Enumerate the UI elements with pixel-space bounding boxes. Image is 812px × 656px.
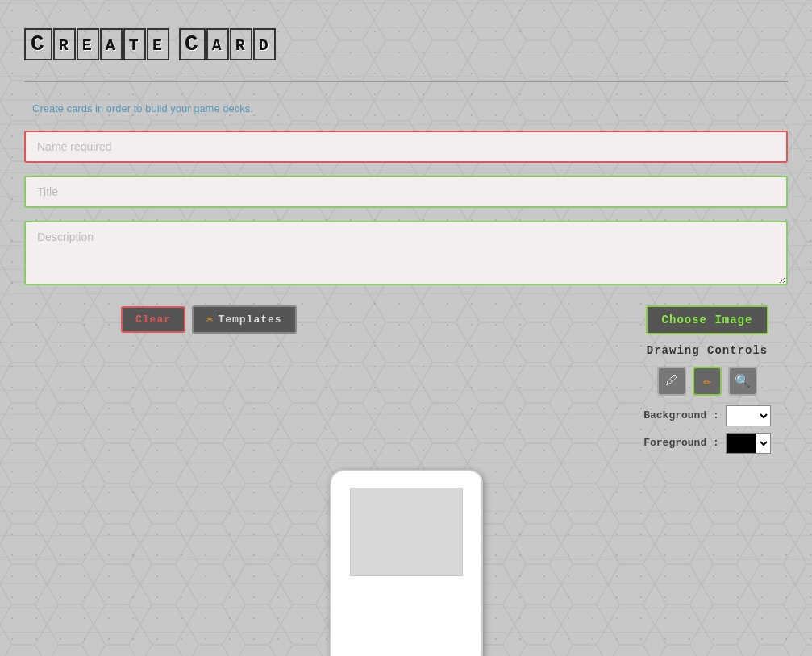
background-label: Background : [643,409,719,421]
zoom-icon: 🔍 [735,373,751,389]
form-section: Create cards in order to build your game… [24,102,788,656]
clear-button[interactable]: Clear [121,306,185,333]
foreground-color-select[interactable]: Black White [756,434,770,453]
pencil-icon: ✏ [703,373,711,389]
scissors-icon: ✂ [206,313,214,326]
background-color-select[interactable]: White Black [756,406,770,426]
templates-button[interactable]: ✂ Templates [192,305,297,334]
card-image-placeholder [350,488,463,576]
drawing-tools: 🖊 ✏ 🔍 [657,367,757,396]
card-area: Cancel Save [24,470,788,656]
title-input[interactable] [24,176,788,208]
foreground-label: Foreground : [643,437,719,449]
page-subtitle: Create cards in order to build your game… [32,102,788,114]
drawing-controls-label: Drawing Controls [647,344,768,357]
choose-image-button[interactable]: Choose Image [646,305,769,334]
description-textarea[interactable] [24,221,788,285]
right-panel: Choose Image Drawing Controls 🖊 ✏ 🔍 [627,305,788,454]
background-color-swatch [727,406,756,426]
color-controls: Background : White Black Foreground : [643,405,771,454]
card-preview[interactable] [330,470,483,656]
foreground-color-swatch [727,434,756,453]
controls-row: Clear ✂ Templates Choose Image Drawing C… [24,305,788,454]
left-controls: Clear ✂ Templates [24,305,297,334]
title-divider [24,81,788,82]
foreground-color-row: Foreground : Black White [643,433,771,454]
eraser-tool-button[interactable]: 🖊 [657,367,686,396]
eraser-icon: 🖊 [665,373,678,388]
page-title: Create Card [24,28,788,60]
zoom-tool-button[interactable]: 🔍 [728,367,757,396]
pencil-tool-button[interactable]: ✏ [693,367,722,396]
background-color-row: Background : White Black [643,405,771,426]
page-header: Create Card [24,16,788,81]
name-input[interactable] [24,131,788,163]
